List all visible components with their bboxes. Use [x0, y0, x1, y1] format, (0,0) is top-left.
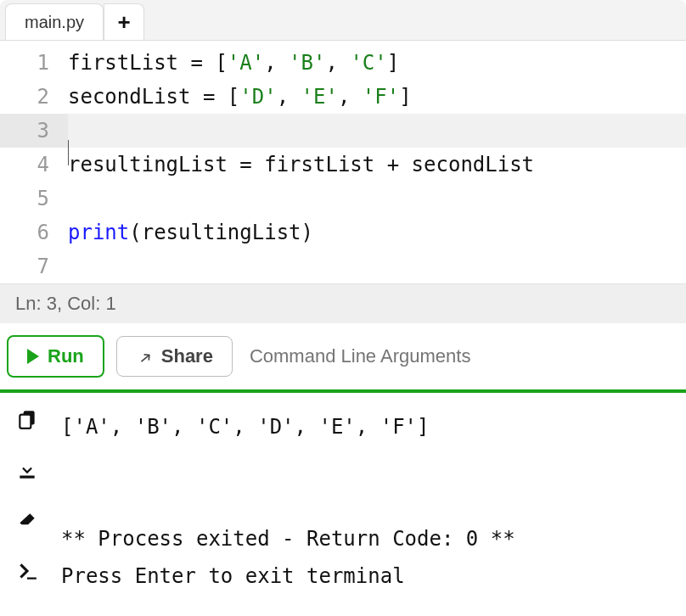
code-line[interactable]: resultingList = firstList + secondList — [68, 148, 686, 182]
tab-main-py[interactable]: main.py — [5, 3, 104, 40]
copy-icon[interactable] — [16, 408, 38, 434]
run-label: Run — [48, 345, 84, 367]
code-line[interactable] — [68, 249, 686, 283]
terminal-output[interactable]: ['A', 'B', 'C', 'D', 'E', 'F'] ** Proces… — [54, 393, 686, 610]
share-button[interactable]: Share — [116, 336, 233, 377]
play-icon — [27, 349, 39, 364]
line-number: 5 — [0, 182, 68, 216]
line-number: 6 — [0, 216, 68, 249]
line-number: 3 — [0, 114, 68, 148]
code-line[interactable] — [68, 114, 686, 148]
code-line[interactable]: firstList = ['A', 'B', 'C'] — [68, 46, 686, 80]
line-number: 7 — [0, 249, 68, 283]
code-line[interactable] — [68, 182, 686, 216]
code-line[interactable]: secondList = ['D', 'E', 'F'] — [68, 80, 686, 114]
run-button[interactable]: Run — [7, 335, 104, 378]
command-line-args-input[interactable] — [245, 337, 679, 376]
share-icon — [136, 348, 153, 365]
line-number: 2 — [0, 80, 68, 114]
line-number: 4 — [0, 148, 68, 182]
erase-icon[interactable] — [16, 510, 38, 535]
line-number: 1 — [0, 46, 68, 80]
action-bar: Run Share — [0, 323, 686, 389]
code-editor[interactable]: 1234567 firstList = ['A', 'B', 'C']secon… — [0, 41, 686, 283]
share-label: Share — [161, 345, 213, 367]
code-line[interactable]: print(resultingList) — [68, 216, 686, 249]
tabs-bar: main.py + — [0, 0, 686, 41]
new-tab-button[interactable]: + — [104, 3, 144, 40]
code-content[interactable]: firstList = ['A', 'B', 'C']secondList = … — [68, 41, 686, 283]
download-icon[interactable] — [16, 459, 38, 484]
output-panel: ['A', 'B', 'C', 'D', 'E', 'F'] ** Proces… — [0, 389, 686, 610]
line-gutter: 1234567 — [0, 41, 68, 283]
output-toolbar — [0, 393, 54, 610]
status-bar: Ln: 3, Col: 1 — [0, 283, 686, 323]
plus-icon: + — [117, 9, 130, 36]
terminal-icon[interactable] — [16, 561, 38, 586]
svg-rect-1 — [20, 415, 31, 428]
